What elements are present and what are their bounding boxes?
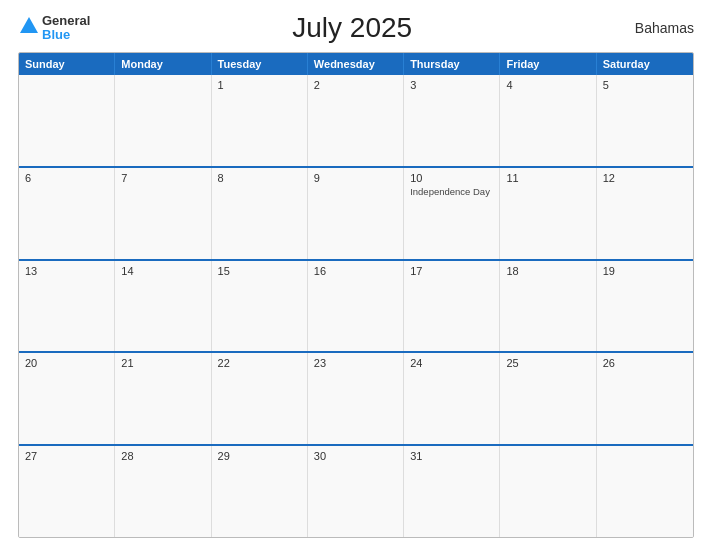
day-number: 7 [121,172,204,184]
calendar: SundayMondayTuesdayWednesdayThursdayFrid… [18,52,694,538]
day-number: 14 [121,265,204,277]
day-cell: 18 [500,261,596,352]
day-number: 22 [218,357,301,369]
day-number: 9 [314,172,397,184]
day-cell: 17 [404,261,500,352]
logo: General Blue [18,14,90,43]
day-cell: 4 [500,75,596,166]
day-cell: 25 [500,353,596,444]
day-number: 17 [410,265,493,277]
day-number: 12 [603,172,687,184]
day-cell: 14 [115,261,211,352]
day-cell: 29 [212,446,308,537]
day-number: 25 [506,357,589,369]
logo-text: General Blue [42,14,90,43]
header-day-tuesday: Tuesday [212,53,308,75]
day-cell: 31 [404,446,500,537]
day-cell: 23 [308,353,404,444]
header-day-monday: Monday [115,53,211,75]
header-day-wednesday: Wednesday [308,53,404,75]
day-cell: 2 [308,75,404,166]
day-cell: 10Independence Day [404,168,500,259]
calendar-header: SundayMondayTuesdayWednesdayThursdayFrid… [19,53,693,75]
header-day-thursday: Thursday [404,53,500,75]
header: General Blue July 2025 Bahamas [18,12,694,44]
week-row-0: 12345 [19,75,693,166]
day-cell: 7 [115,168,211,259]
day-number: 8 [218,172,301,184]
day-cell: 11 [500,168,596,259]
day-cell [500,446,596,537]
day-number: 24 [410,357,493,369]
day-cell: 16 [308,261,404,352]
day-cell: 8 [212,168,308,259]
header-day-saturday: Saturday [597,53,693,75]
svg-marker-0 [20,17,38,33]
logo-icon [18,15,40,37]
day-number: 23 [314,357,397,369]
day-cell: 9 [308,168,404,259]
day-number: 3 [410,79,493,91]
day-cell [19,75,115,166]
day-cell: 5 [597,75,693,166]
day-cell [597,446,693,537]
day-number: 18 [506,265,589,277]
day-number: 10 [410,172,493,184]
week-row-4: 2728293031 [19,444,693,537]
day-number: 26 [603,357,687,369]
day-number: 13 [25,265,108,277]
day-cell: 21 [115,353,211,444]
day-cell [115,75,211,166]
day-number: 19 [603,265,687,277]
day-cell: 28 [115,446,211,537]
day-number: 27 [25,450,108,462]
logo-line2: Blue [42,28,90,42]
day-cell: 27 [19,446,115,537]
day-cell: 15 [212,261,308,352]
calendar-title: July 2025 [90,12,614,44]
day-cell: 1 [212,75,308,166]
day-number: 28 [121,450,204,462]
day-number: 30 [314,450,397,462]
day-cell: 3 [404,75,500,166]
event-label: Independence Day [410,186,493,197]
day-cell: 24 [404,353,500,444]
day-number: 29 [218,450,301,462]
header-day-friday: Friday [500,53,596,75]
day-number: 4 [506,79,589,91]
page: General Blue July 2025 Bahamas SundayMon… [0,0,712,550]
day-number: 5 [603,79,687,91]
day-cell: 22 [212,353,308,444]
day-cell: 12 [597,168,693,259]
calendar-body: 12345678910Independence Day1112131415161… [19,75,693,537]
day-number: 20 [25,357,108,369]
day-number: 1 [218,79,301,91]
logo-line1: General [42,14,90,28]
day-cell: 20 [19,353,115,444]
day-number: 16 [314,265,397,277]
week-row-1: 678910Independence Day1112 [19,166,693,259]
day-cell: 19 [597,261,693,352]
header-day-sunday: Sunday [19,53,115,75]
day-number: 21 [121,357,204,369]
day-cell: 6 [19,168,115,259]
week-row-2: 13141516171819 [19,259,693,352]
day-number: 31 [410,450,493,462]
day-number: 2 [314,79,397,91]
day-cell: 13 [19,261,115,352]
country-label: Bahamas [614,20,694,36]
day-cell: 26 [597,353,693,444]
day-number: 6 [25,172,108,184]
day-cell: 30 [308,446,404,537]
week-row-3: 20212223242526 [19,351,693,444]
day-number: 11 [506,172,589,184]
day-number: 15 [218,265,301,277]
